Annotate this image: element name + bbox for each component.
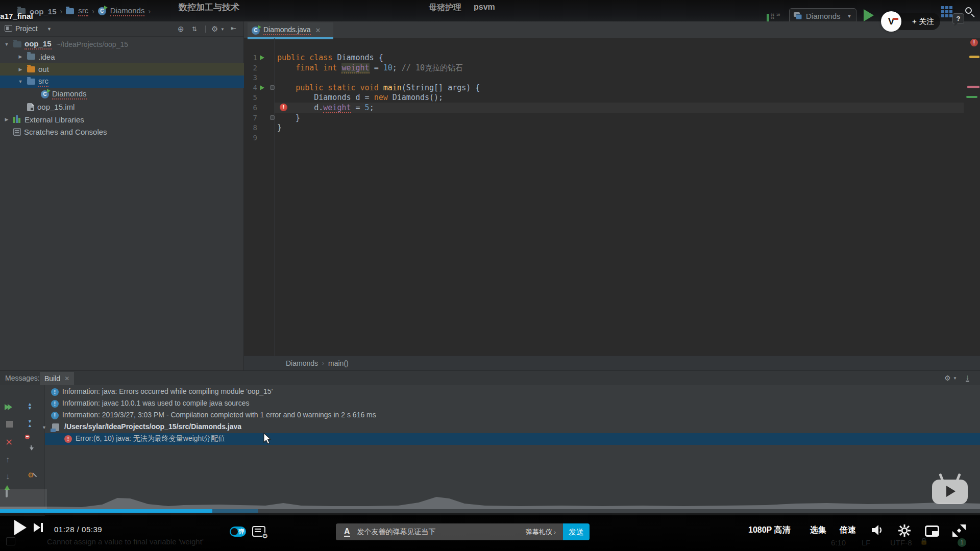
line-number: 9	[244, 133, 257, 143]
chevron-down-icon[interactable]: ▼	[47, 27, 52, 32]
build-message-row[interactable]: !Information: 2019/3/27, 3:03 PM - Compi…	[45, 410, 980, 421]
chevron-down-icon[interactable]: ▼	[953, 376, 957, 381]
fold-marker-icon[interactable]	[270, 115, 275, 120]
volume-icon[interactable]	[871, 524, 885, 536]
build-message-row[interactable]: !Information: javac 10.0.1 was used to c…	[45, 398, 980, 410]
rerun-icon[interactable]	[5, 404, 12, 412]
code-line-3[interactable]: 3	[244, 72, 959, 83]
hide-panel-icon[interactable]: ⇤	[231, 24, 236, 32]
code-line-8[interactable]: 8}	[244, 122, 959, 133]
build-tab[interactable]: Build ✕	[40, 372, 74, 385]
code-text: final int weight = 10; // 10克拉的钻石	[277, 63, 463, 73]
expander-icon[interactable]: ▼	[42, 425, 46, 430]
danmaku-input[interactable]: A 发个友善的弹幕见证当下 弹幕礼仪 ›	[336, 523, 563, 540]
expander-icon[interactable]: ▶	[17, 54, 24, 59]
close-results-icon[interactable]: ✕	[5, 437, 13, 448]
project-panel-title[interactable]: Project	[15, 24, 38, 33]
download-icon[interactable]: ↓	[966, 374, 969, 382]
expander-icon[interactable]: ▼	[3, 42, 10, 47]
chevron-right-icon: ›	[148, 7, 151, 15]
code-line-6[interactable]: 6! d.weight = 5;	[244, 103, 959, 113]
breadcrumb-class[interactable]: Diamonds	[110, 6, 145, 16]
run-button[interactable]	[864, 9, 874, 21]
breadcrumb-method[interactable]: main()	[328, 359, 349, 367]
tree-item-oop-15[interactable]: ▼oop_15~/IdeaProjects/oop_15	[0, 38, 244, 51]
chevron-down-icon[interactable]: ▼	[220, 27, 225, 32]
code-editor[interactable]: C Diamonds.java ✕ 1public class Diamonds…	[244, 21, 980, 370]
player-settings-gear-icon[interactable]	[897, 524, 912, 537]
collapse-all-icon[interactable]: ▼▲	[28, 419, 32, 428]
fullscreen-icon[interactable]	[952, 524, 966, 537]
episodes-button[interactable]: 选集	[810, 525, 826, 536]
gear-icon[interactable]: ⚙	[944, 374, 951, 382]
code-line-5[interactable]: 5 Diamonds d = new Diamonds();	[244, 92, 959, 103]
line-number: 6	[244, 103, 257, 113]
send-danmaku-button[interactable]: 发送	[563, 523, 590, 540]
error-stripe-badge[interactable]: !	[970, 39, 978, 46]
time-display: 01:28 / 05:39	[54, 525, 102, 534]
caret-position: 6:10	[831, 538, 846, 547]
run-line-icon[interactable]	[260, 55, 264, 60]
tree-item-oop-15-iml[interactable]: oop_15.iml	[0, 101, 244, 113]
close-icon[interactable]: ✕	[315, 27, 321, 34]
expander-icon[interactable]: ▶	[3, 117, 10, 122]
locate-file-icon[interactable]: ⊕	[178, 24, 184, 34]
code-line-1[interactable]: 1public class Diamonds {	[244, 53, 959, 63]
run-configuration-label: Diamonds	[806, 12, 847, 20]
scratches-icon	[13, 128, 21, 136]
breadcrumb-project[interactable]: oop_15	[30, 7, 57, 16]
line-number: 1	[244, 53, 257, 63]
uploader-avatar[interactable]: V	[881, 11, 901, 32]
tree-item-src[interactable]: ▼src	[0, 76, 244, 88]
expander-icon[interactable]: ▼	[17, 79, 24, 84]
tree-item-scratches-and-consoles[interactable]: Scratches and Consoles	[0, 126, 244, 138]
stripe-mark[interactable]	[967, 86, 979, 88]
close-icon[interactable]: ✕	[64, 375, 69, 382]
warning-stripe-mark[interactable]	[969, 56, 979, 58]
prev-message-icon[interactable]: ↑	[6, 455, 10, 464]
project-panel-header: Project ▼ ⊕ ⇅ ⚙ ▼ ⇤	[0, 21, 243, 37]
danmaku-toggle[interactable]: 弹	[230, 527, 246, 537]
danmaku-settings-icon[interactable]: ⚙	[252, 526, 265, 537]
libraries-icon	[13, 115, 21, 123]
code-line-9[interactable]: 9	[244, 133, 959, 143]
breadcrumb-src[interactable]: src	[78, 6, 88, 16]
stop-icon[interactable]	[6, 421, 13, 428]
tab-diamonds-java[interactable]: C Diamonds.java ✕	[248, 22, 333, 38]
breadcrumb-class[interactable]: Diamonds	[286, 359, 318, 367]
tree-item-out[interactable]: ▶out	[0, 63, 244, 76]
mini-player-icon[interactable]	[925, 525, 939, 537]
next-episode-button[interactable]	[34, 523, 44, 532]
bilibili-video-player-screenshot: oop_15 › src › C Diamonds › 01 10 01 Dia…	[0, 0, 980, 551]
run-line-icon[interactable]	[260, 85, 264, 90]
play-button[interactable]	[14, 520, 27, 535]
build-message-row[interactable]: ▼/Users/sylar/IdeaProjects/oop_15/src/Di…	[45, 421, 980, 433]
tree-item-diamonds[interactable]: CDiamonds	[0, 88, 244, 101]
expand-all-icon[interactable]: ▲▼	[28, 402, 32, 410]
code-line-7[interactable]: 7 }	[244, 113, 959, 123]
tree-item--idea[interactable]: ▶.idea	[0, 51, 244, 63]
expander-icon[interactable]: ▶	[17, 67, 24, 72]
scroll-from-source-icon[interactable]: ⇅	[192, 26, 197, 33]
gear-icon[interactable]: ⚙	[211, 24, 218, 34]
speed-button[interactable]: 倍速	[840, 525, 856, 536]
apps-grid-icon[interactable]	[941, 6, 953, 18]
search-icon[interactable]	[965, 7, 976, 18]
quality-button[interactable]: 1080P 高清	[748, 525, 790, 536]
danmaku-etiquette-link[interactable]: 弹幕礼仪 ›	[526, 528, 556, 537]
code-line-2[interactable]: 2 final int weight = 10; // 10克拉的钻石	[244, 63, 959, 73]
player-control-bar: Cannot assign a value to final variable …	[0, 513, 980, 551]
stripe-mark[interactable]	[966, 96, 977, 98]
build-message-row[interactable]: !Error:(6, 10) java: 无法为最终变量weight分配值	[45, 433, 980, 445]
fold-marker-icon[interactable]	[270, 85, 275, 90]
tree-item-label: External Libraries	[24, 115, 84, 124]
next-message-icon[interactable]: ↓	[6, 472, 10, 481]
code-line-4[interactable]: 4 public static void main(String[] args)…	[244, 83, 959, 93]
tree-item-external-libraries[interactable]: ▶External Libraries	[0, 113, 244, 126]
build-message-row[interactable]: !Information: java: Errors occurred whil…	[45, 386, 980, 398]
font-style-icon[interactable]: A	[344, 527, 350, 537]
help-icon[interactable]: ?	[952, 13, 964, 24]
build-message-text: Information: javac 10.0.1 was used to co…	[62, 399, 250, 407]
settings-wrench-icon[interactable]: ⚙	[28, 471, 34, 479]
build-message-text: Information: java: Errors occurred while…	[62, 387, 273, 395]
